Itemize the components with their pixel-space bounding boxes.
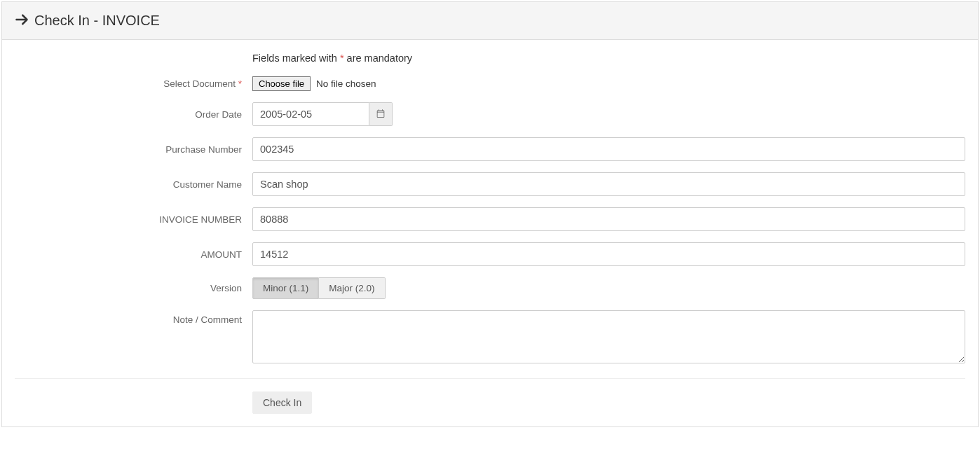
row-note: Note / Comment [15,310,965,366]
label-select-document: Select Document * [15,78,252,89]
amount-input[interactable] [252,242,965,266]
version-toggle-group: Minor (1.1) Major (2.0) [252,277,386,299]
label-customer-name: Customer Name [15,179,252,190]
calendar-icon [376,109,385,120]
row-version: Version Minor (1.1) Major (2.0) [15,277,965,299]
label-invoice-number: INVOICE NUMBER [15,214,252,225]
form-body: Fields marked with * are mandatory Selec… [2,40,978,426]
row-invoice-number: INVOICE NUMBER [15,207,965,231]
version-minor-button[interactable]: Minor (1.1) [252,277,319,299]
choose-file-button[interactable]: Choose file [252,76,311,91]
order-date-group [252,102,393,126]
mandatory-note-prefix: Fields marked with [252,53,340,64]
mandatory-note-suffix: are mandatory [344,53,413,64]
row-customer-name: Customer Name [15,172,965,196]
checkin-button[interactable]: Check In [252,391,312,414]
row-amount: AMOUNT [15,242,965,266]
label-order-date: Order Date [15,109,252,120]
invoice-number-input[interactable] [252,207,965,231]
panel-header: Check In - INVOICE [2,2,978,40]
label-version: Version [15,283,252,293]
label-amount: AMOUNT [15,249,252,260]
row-submit: Check In [252,391,965,414]
customer-name-input[interactable] [252,172,965,196]
label-note: Note / Comment [15,310,252,325]
file-chosen-status: No file chosen [316,78,376,89]
version-major-button[interactable]: Major (2.0) [319,277,385,299]
checkin-panel: Check In - INVOICE Fields marked with * … [1,1,979,427]
row-select-document: Select Document * Choose file No file ch… [15,76,965,91]
calendar-button[interactable] [369,102,393,126]
page-title: Check In - INVOICE [34,13,160,29]
purchase-number-input[interactable] [252,137,965,161]
mandatory-note: Fields marked with * are mandatory [252,53,965,64]
label-purchase-number: Purchase Number [15,144,252,155]
row-purchase-number: Purchase Number [15,137,965,161]
order-date-input[interactable] [252,102,369,126]
row-order-date: Order Date [15,102,965,126]
divider [15,378,965,379]
arrow-right-icon [15,13,34,29]
note-textarea[interactable] [252,310,965,363]
